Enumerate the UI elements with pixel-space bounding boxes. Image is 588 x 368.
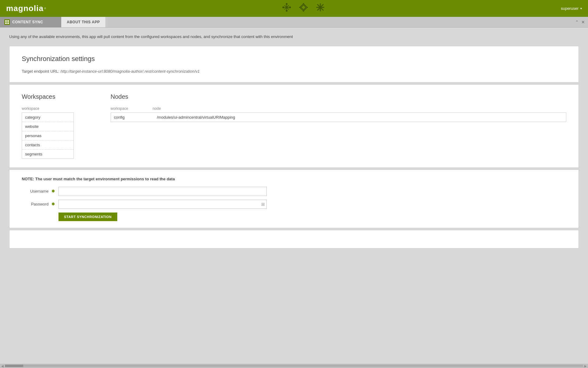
description-text: Using any of the available environments,… — [9, 34, 300, 40]
username-input[interactable] — [58, 187, 267, 196]
main-content: Using any of the available environments,… — [0, 28, 588, 368]
list-item: segments — [22, 150, 74, 159]
endpoint-label: Target endpoint URL: — [22, 69, 59, 74]
note-text: NOTE: The user must match the target env… — [22, 177, 566, 181]
svg-point-10 — [303, 10, 304, 12]
workspaces-section: Workspaces workspace category website pe… — [22, 93, 74, 159]
endpoint-url: http://target-instance-url:8080/magnolia… — [60, 69, 200, 74]
svg-point-9 — [307, 7, 308, 8]
nav-icons — [282, 2, 325, 14]
scroll-right-arrow[interactable]: ▶ — [584, 364, 587, 368]
tab-content-sync-label: CONTENT SYNC — [12, 20, 43, 24]
list-item: personas — [22, 131, 74, 140]
credentials-card: NOTE: The user must match the target env… — [9, 170, 579, 228]
logo-reg: ® — [44, 7, 46, 10]
close-button[interactable]: ✕ — [581, 20, 585, 24]
nodes-col-workspace: workspace — [111, 106, 128, 111]
svg-point-3 — [282, 6, 284, 8]
sync-button-row: START SYNCHRONIZATION — [22, 213, 566, 221]
password-required-star: ✱ — [51, 202, 55, 206]
topbar: magnolia® — [0, 0, 588, 17]
content-sync-icon — [4, 19, 10, 25]
username-row: Username ✱ — [22, 187, 566, 196]
password-toggle-icon[interactable]: ⊞ — [261, 202, 265, 207]
tab-controls: ⌃ ✕ — [575, 20, 588, 24]
node-path: /modules/ui-admincentral/virtualURIMappi… — [157, 115, 235, 120]
sync-settings-title: Synchronization settings — [22, 55, 566, 63]
logo: magnolia® — [6, 4, 46, 13]
nav-diamond-icon[interactable] — [299, 2, 308, 14]
nodes-section: Nodes workspace node config /modules/ui-… — [111, 93, 566, 159]
nav-network-icon[interactable] — [282, 3, 291, 14]
scroll-left-arrow[interactable]: ◀ — [1, 364, 4, 368]
bottom-empty-card — [9, 230, 579, 248]
workspace-list: category website personas contacts segme… — [22, 113, 74, 159]
workspace-col-header: workspace — [22, 106, 74, 111]
user-menu[interactable]: superuser ▾ — [561, 6, 582, 11]
workspaces-title: Workspaces — [22, 93, 74, 100]
username-label: superuser — [561, 6, 579, 11]
workspaces-nodes-card: Workspaces workspace category website pe… — [9, 84, 579, 168]
tab-about-this-app[interactable]: ABOUT THIS APP — [61, 17, 106, 27]
endpoint-row: Target endpoint URL: http://target-insta… — [22, 69, 566, 74]
nodes-col-node: node — [153, 106, 161, 111]
list-item: website — [22, 122, 74, 131]
start-synchronization-button[interactable]: START SYNCHRONIZATION — [58, 213, 117, 221]
password-input[interactable] — [58, 200, 267, 209]
list-item: category — [22, 113, 74, 122]
svg-rect-20 — [7, 22, 9, 24]
nav-asterisk-icon[interactable] — [316, 3, 325, 14]
logo-text: magnolia — [6, 4, 43, 13]
username-required-star: ✱ — [51, 189, 55, 194]
username-label: Username ✱ — [22, 189, 58, 194]
scrollbar-thumb[interactable] — [5, 365, 23, 367]
svg-point-8 — [303, 3, 304, 4]
password-label: Password ✱ — [22, 202, 58, 206]
user-chevron-icon: ▾ — [580, 7, 582, 10]
svg-rect-17 — [5, 20, 7, 22]
tab-about-label: ABOUT THIS APP — [67, 20, 100, 24]
tabbar: CONTENT SYNC ABOUT THIS APP ⌃ ✕ — [0, 17, 588, 28]
node-workspace: config — [114, 115, 132, 120]
svg-point-2 — [286, 10, 288, 12]
svg-point-11 — [299, 7, 300, 8]
sync-settings-card: Synchronization settings Target endpoint… — [9, 46, 579, 82]
nodes-headers: workspace node — [111, 106, 566, 111]
list-item: contacts — [22, 140, 74, 150]
table-row: config /modules/ui-admincentral/virtualU… — [111, 113, 566, 122]
ws-nodes-grid: Workspaces workspace category website pe… — [22, 93, 566, 159]
password-row: Password ✱ ⊞ — [22, 200, 566, 209]
horizontal-scrollbar[interactable]: ◀ ▶ — [0, 364, 588, 368]
svg-point-16 — [319, 6, 321, 8]
svg-point-0 — [286, 3, 288, 5]
svg-rect-19 — [5, 22, 7, 24]
scrollbar-track[interactable] — [5, 365, 583, 367]
minimize-button[interactable]: ⌃ — [575, 20, 579, 24]
svg-rect-18 — [7, 20, 9, 22]
password-input-wrapper: ⊞ — [58, 200, 267, 209]
tab-content-sync[interactable]: CONTENT SYNC — [0, 17, 61, 27]
svg-point-1 — [289, 6, 291, 8]
nodes-title: Nodes — [111, 93, 566, 100]
